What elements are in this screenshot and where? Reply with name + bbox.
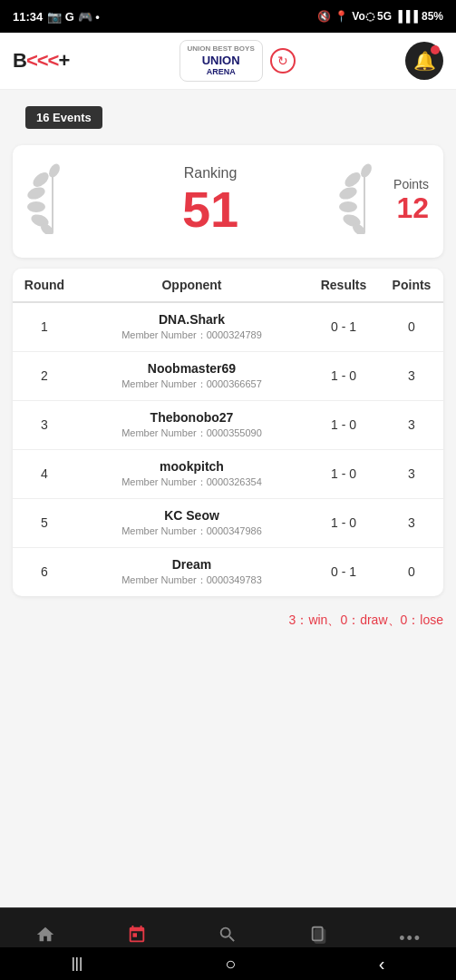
table-row: 3 Thebonobo27 Member Number：0000355090 1… (13, 401, 443, 450)
results-cell: 1 - 0 (307, 506, 380, 539)
member-number: Member Number：0000347986 (82, 524, 302, 538)
member-number: Member Number：0000355090 (82, 426, 302, 440)
col-round: Round (13, 269, 76, 301)
round-cell: 1 (13, 310, 76, 343)
results-table: Round Opponent Results Points 1 DNA.Shar… (13, 269, 443, 596)
svg-point-8 (339, 185, 358, 201)
svg-point-0 (30, 170, 51, 190)
badge-sub-text: ARENA (188, 67, 255, 77)
col-results: Results (307, 269, 380, 301)
member-number: Member Number：0000326354 (82, 475, 302, 489)
refresh-button[interactable]: ↻ (270, 48, 296, 74)
svg-rect-15 (315, 930, 325, 944)
table-row: 4 mookpitch Member Number：0000326354 1 -… (13, 450, 443, 499)
status-icons: 📷 G 🎮 • (47, 10, 100, 24)
home-button[interactable]: ○ (225, 954, 236, 975)
nav-icon-home (35, 925, 55, 950)
results-cell: 0 - 1 (307, 555, 380, 588)
table-row: 1 DNA.Shark Member Number：0000324789 0 -… (13, 303, 443, 352)
header-center: UNION BEST BOYS UNION ARENA ↻ (179, 40, 296, 82)
table-row: 6 Dream Member Number：0000349783 0 - 1 0 (13, 548, 443, 596)
ranking-points-section: Points 12 (393, 177, 429, 225)
opponent-cell: KC Seow Member Number：0000347986 (76, 499, 307, 547)
points-cell: 3 (380, 408, 443, 441)
round-cell: 4 (13, 457, 76, 490)
status-bar: 11:34 📷 G 🎮 • 🔇 📍 Vo◌ 5G ▐▐▐ 85% (0, 0, 456, 33)
round-cell: 3 (13, 408, 76, 441)
results-cell: 0 - 1 (307, 310, 380, 343)
back-button[interactable]: ‹ (379, 954, 385, 975)
notification-badge (431, 45, 440, 54)
signal-icons: Vo◌ 5G ▐▐▐ (352, 10, 418, 23)
results-cell: 1 - 0 (307, 359, 380, 392)
svg-point-9 (339, 201, 357, 212)
opponent-cell: DNA.Shark Member Number：0000324789 (76, 303, 307, 351)
opponent-name: DNA.Shark (82, 312, 302, 327)
notification-button[interactable]: 🔔 (405, 42, 443, 80)
round-cell: 5 (13, 506, 76, 539)
android-navbar: ||| ○ ‹ (0, 947, 456, 980)
svg-point-2 (27, 201, 45, 212)
points-cell: 3 (380, 506, 443, 539)
col-points: Points (380, 269, 443, 301)
round-cell: 2 (13, 359, 76, 392)
opponent-name: Dream (82, 557, 302, 572)
laurel-right-icon (339, 162, 393, 241)
recent-button[interactable]: ||| (72, 956, 82, 972)
opponent-cell: Thebonobo27 Member Number：0000355090 (76, 401, 307, 449)
badge-top-text: UNION BEST BOYS (188, 44, 255, 54)
points-cell: 3 (380, 359, 443, 392)
points-cell: 3 (380, 457, 443, 490)
badge-main-text: UNION (188, 54, 255, 68)
opponent-cell: Noobmaster69 Member Number：0000366657 (76, 352, 307, 400)
status-right: 🔇 📍 Vo◌ 5G ▐▐▐ 85% (317, 10, 443, 23)
union-arena-badge: UNION BEST BOYS UNION ARENA (179, 40, 263, 82)
member-number: Member Number：0000324789 (82, 328, 302, 342)
location-icon: 📍 (335, 10, 348, 23)
results-cell: 1 - 0 (307, 408, 380, 441)
opponent-name: KC Seow (82, 508, 302, 523)
opponent-cell: Dream Member Number：0000349783 (76, 548, 307, 596)
member-number: Member Number：0000349783 (82, 573, 302, 587)
opponent-name: Noobmaster69 (82, 361, 302, 376)
status-left: 11:34 📷 G 🎮 • (13, 10, 100, 24)
table-header: Round Opponent Results Points (13, 269, 443, 303)
summary-text: 3：win、0：draw、0：lose (0, 603, 456, 638)
opponent-name: Thebonobo27 (82, 410, 302, 425)
svg-point-1 (27, 185, 46, 201)
ranking-label: Ranking (184, 165, 238, 181)
nav-icon-my-events (127, 925, 147, 950)
points-value: 12 (396, 191, 429, 225)
nav-icon-others: ••• (399, 926, 422, 949)
ranking-card: Ranking 51 Points 12 (13, 145, 443, 258)
results-cell: 1 - 0 (307, 457, 380, 490)
svg-point-12 (359, 162, 374, 180)
col-opponent: Opponent (76, 269, 307, 301)
table-row: 2 Noobmaster69 Member Number：0000366657 … (13, 352, 443, 401)
laurel-left-icon (27, 162, 82, 241)
header: B<<<+ UNION BEST BOYS UNION ARENA ↻ 🔔 (0, 33, 456, 90)
nav-icon-decks (309, 925, 329, 950)
opponent-cell: mookpitch Member Number：0000326354 (76, 450, 307, 498)
ranking-number: 51 (182, 181, 238, 238)
app-logo: B<<<+ (13, 49, 69, 73)
nav-icon-event-search (218, 925, 238, 950)
points-cell: 0 (380, 555, 443, 588)
time: 11:34 (13, 10, 43, 24)
events-label: 16 Events (25, 106, 102, 129)
svg-point-5 (47, 162, 63, 180)
member-number: Member Number：0000366657 (82, 377, 302, 391)
table-row: 5 KC Seow Member Number：0000347986 1 - 0… (13, 499, 443, 548)
points-label: Points (393, 177, 429, 191)
svg-point-7 (343, 170, 364, 190)
ranking-center: Ranking 51 (82, 165, 339, 238)
mute-icon: 🔇 (317, 10, 331, 23)
opponent-name: mookpitch (82, 459, 302, 474)
battery: 85% (422, 10, 443, 23)
round-cell: 6 (13, 555, 76, 588)
table-body: 1 DNA.Shark Member Number：0000324789 0 -… (13, 303, 443, 596)
points-cell: 0 (380, 310, 443, 343)
